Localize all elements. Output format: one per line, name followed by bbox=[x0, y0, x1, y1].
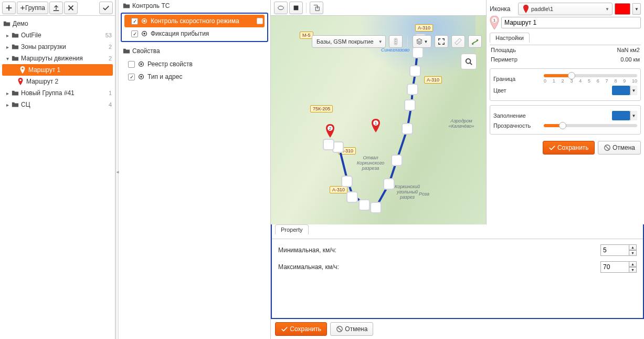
props-group-label: Контроль ТС bbox=[132, 2, 170, 9]
svg-point-3 bbox=[143, 20, 145, 22]
checkbox[interactable]: ✓ bbox=[128, 74, 135, 80]
checkbox[interactable] bbox=[128, 61, 135, 68]
spinner-up[interactable]: ▲ bbox=[629, 244, 637, 250]
icon-select[interactable]: paddle\1 bbox=[518, 3, 613, 15]
shape-rect-button[interactable] bbox=[289, 2, 303, 14]
property-tabs: Property bbox=[272, 224, 643, 239]
route-name-input[interactable] bbox=[501, 17, 641, 28]
tree-root[interactable]: Демо bbox=[0, 18, 115, 29]
opacity-slider[interactable] bbox=[544, 124, 637, 127]
route-node[interactable] bbox=[409, 65, 421, 77]
svg-point-16 bbox=[471, 43, 473, 45]
route-node[interactable] bbox=[358, 199, 370, 211]
shape-ellipse-button[interactable] bbox=[274, 2, 288, 14]
tree-item-sc[interactable]: ▸ СЦ 4 bbox=[0, 99, 115, 110]
fullscreen-button[interactable] bbox=[435, 35, 448, 48]
route-node[interactable] bbox=[370, 202, 382, 213]
gear-icon bbox=[141, 30, 148, 37]
folder-icon bbox=[12, 32, 19, 39]
props-item-registry[interactable]: Реестр свойств bbox=[119, 58, 270, 70]
max-speed-spinner[interactable]: ▲▼ bbox=[600, 261, 637, 273]
chevron-right-icon: ▸ bbox=[6, 33, 12, 38]
map-search-button[interactable] bbox=[461, 54, 477, 69]
checkbox[interactable]: ✓ bbox=[131, 18, 138, 25]
fill-toggle[interactable] bbox=[612, 111, 630, 120]
route-node[interactable] bbox=[383, 178, 395, 190]
spinner-down[interactable]: ▼ bbox=[629, 267, 637, 273]
route-button[interactable] bbox=[468, 35, 482, 48]
route-pin-icon: 1 bbox=[490, 16, 499, 29]
bottom-cancel-button[interactable]: Отмена bbox=[330, 322, 373, 336]
tab-property[interactable]: Property bbox=[275, 224, 309, 234]
checkbox[interactable]: ✓ bbox=[131, 30, 138, 37]
rp-cancel-button[interactable]: Отмена bbox=[598, 141, 641, 155]
layers-select[interactable]: Базы, GSM покрытие bbox=[312, 35, 386, 48]
props-item-speed[interactable]: ✓ Контроль скоростного режима bbox=[124, 15, 265, 27]
border-slider[interactable] bbox=[544, 74, 637, 77]
shape-polygon-button[interactable] bbox=[310, 2, 323, 14]
ellipse-icon bbox=[277, 4, 284, 12]
fullscreen-icon bbox=[438, 38, 445, 45]
svg-point-7 bbox=[140, 63, 142, 65]
svg-text:1: 1 bbox=[493, 18, 496, 23]
svg-rect-11 bbox=[294, 5, 299, 10]
drag-handle-icon[interactable] bbox=[257, 18, 263, 24]
route-node[interactable] bbox=[346, 191, 358, 203]
min-speed-spinner[interactable]: ▲▼ bbox=[600, 244, 637, 256]
delete-button[interactable] bbox=[64, 2, 78, 14]
tree-item-routes[interactable]: ▾ Маршруты движения 2 bbox=[0, 53, 115, 64]
rp-save-button[interactable]: Сохранить bbox=[543, 141, 595, 155]
ruler-button[interactable] bbox=[451, 35, 465, 48]
spinner-down[interactable]: ▼ bbox=[629, 250, 637, 256]
map-pin-1[interactable]: 1 bbox=[371, 119, 381, 134]
color-dropdown[interactable]: ▼ bbox=[632, 3, 641, 15]
add-button[interactable] bbox=[2, 2, 16, 14]
tree-label: Маршрут 1 bbox=[28, 66, 110, 74]
route-node[interactable] bbox=[341, 176, 353, 187]
border-label: Граница bbox=[493, 76, 541, 82]
route-node[interactable] bbox=[402, 123, 413, 135]
tab-settings[interactable]: Настройки bbox=[490, 33, 530, 43]
color-swatch[interactable] bbox=[615, 3, 630, 15]
bottom-save-button[interactable]: Сохранить bbox=[275, 322, 327, 336]
border-color-toggle[interactable] bbox=[612, 86, 630, 95]
props-item-type-address[interactable]: ✓ Тип и адрес bbox=[119, 70, 270, 83]
route-node[interactable] bbox=[404, 99, 416, 111]
route-node[interactable] bbox=[407, 84, 418, 95]
map-canvas[interactable]: Базы, GSM покрытие ▼ М-5 А-310 А-310 75К… bbox=[271, 16, 486, 224]
traffic-button[interactable] bbox=[389, 35, 403, 48]
tree-label: OutFile bbox=[21, 32, 103, 39]
props-panel: Контроль ТС ✓ Контроль скоростного режим… bbox=[119, 0, 271, 339]
nav-tree: Демо ▸ OutFile 53 ▸ Зоны разгрузки 2 ▾ М… bbox=[0, 16, 115, 339]
max-speed-input[interactable] bbox=[600, 261, 629, 273]
upload-button[interactable] bbox=[49, 2, 63, 14]
tree-item-zones[interactable]: ▸ Зоны разгрузки 2 bbox=[0, 41, 115, 53]
save-label: Сохранить bbox=[557, 144, 589, 151]
svg-point-18 bbox=[466, 59, 471, 64]
border-color-dropdown[interactable]: ▼ bbox=[630, 86, 637, 95]
props-item-arrival[interactable]: ✓ Фиксация прибытия bbox=[122, 27, 267, 40]
splitter[interactable] bbox=[115, 0, 119, 339]
props-group-ts[interactable]: Контроль ТС bbox=[119, 0, 270, 12]
layers-button[interactable]: ▼ bbox=[413, 35, 431, 48]
opacity-label: Прозрачность bbox=[493, 122, 541, 129]
tree-item-newgroup[interactable]: ▸ Новый Группа #41 1 bbox=[0, 87, 115, 99]
fill-dropdown[interactable]: ▼ bbox=[630, 111, 637, 120]
cancel-icon bbox=[604, 144, 611, 151]
confirm-button[interactable] bbox=[99, 2, 113, 14]
min-speed-input[interactable] bbox=[600, 244, 629, 256]
gear-icon bbox=[138, 60, 145, 68]
spinner-up[interactable]: ▲ bbox=[629, 261, 637, 267]
polygon-icon bbox=[313, 4, 320, 12]
tree-item-route2[interactable]: Маршрут 2 bbox=[0, 76, 115, 87]
tree-count: 1 bbox=[109, 90, 112, 96]
map-pin-2[interactable]: 2 bbox=[325, 124, 335, 139]
tree-root-label: Демо bbox=[13, 20, 112, 27]
props-group-sv[interactable]: Свойства bbox=[119, 45, 270, 57]
route-node[interactable] bbox=[391, 155, 403, 166]
add-group-button[interactable]: Группа bbox=[17, 2, 48, 14]
tree-item-outfile[interactable]: ▸ OutFile 53 bbox=[0, 29, 115, 41]
route-node[interactable] bbox=[323, 139, 334, 150]
tree-item-route1[interactable]: Маршрут 1 bbox=[2, 64, 113, 76]
tree-label: Маршрут 2 bbox=[26, 78, 112, 85]
